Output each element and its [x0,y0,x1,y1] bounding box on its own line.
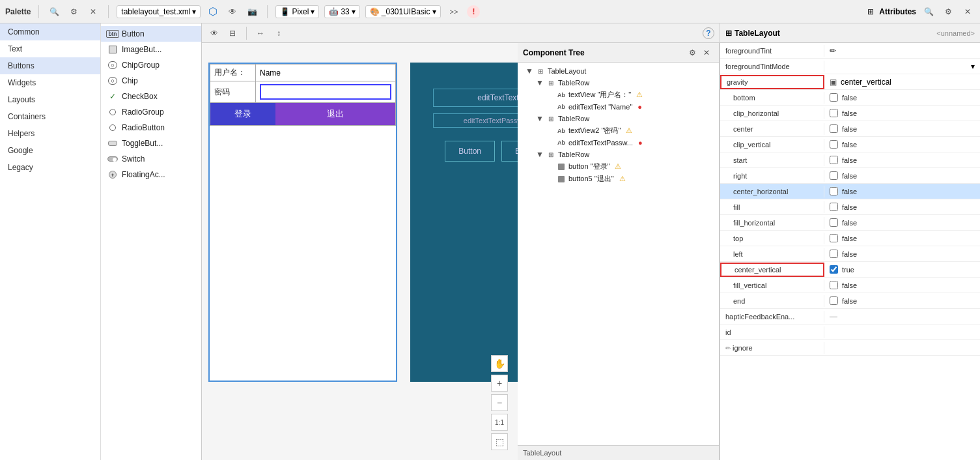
settings-icon[interactable]: ⚙ [66,5,81,19]
category-text[interactable]: Text [0,40,100,57]
attr-value-top[interactable]: false [824,232,980,244]
help-icon[interactable]: ? [703,27,714,39]
attr-value-foregroundtint[interactable]: ✏ [824,44,980,57]
checkbox-clipvertical[interactable] [830,140,838,149]
tree-settings-icon[interactable]: ⚙ [685,46,699,60]
category-layouts[interactable]: Layouts [0,91,100,108]
attr-value-ignore[interactable] [824,346,980,350]
dropdown-icon-tintmode[interactable]: ▾ [971,62,975,71]
tree-item-tablerow3[interactable]: ▼ ⊞ TableRow [518,149,719,160]
attr-value-fillvertical[interactable]: false [824,279,980,291]
arrow-tablelayout[interactable]: ▼ [525,66,533,76]
checkbox-centerhorizontal[interactable] [830,187,838,195]
attr-value-fill[interactable]: false [824,201,980,213]
category-widgets[interactable]: Widgets [0,74,100,91]
device-dropdown[interactable]: 📱 Pixel ▾ [275,5,319,18]
hand-tool-btn[interactable]: ✋ [491,355,508,372]
attr-value-clipvertical[interactable]: false [824,138,980,151]
arrow-h-icon[interactable]: ↔ [253,26,268,40]
category-common[interactable]: Common [0,23,100,40]
close-icon[interactable]: ✕ [86,5,100,19]
palette-item-chip[interactable]: ○ Chip [101,73,201,89]
tree-item-edittext1[interactable]: Ab editTextText "Name" ● [518,101,719,113]
tree-item-textview1[interactable]: Ab textView "用户名：" ⚠ [518,89,719,101]
tree-item-textview2[interactable]: Ab textView2 "密码" ⚠ [518,124,719,137]
attr-settings-icon[interactable]: ⚙ [941,5,955,19]
theme-dropdown[interactable]: 🎨 _0301UIBasic ▾ [365,5,441,18]
palette-item-floatingaction[interactable]: + FloatingAc... [101,167,201,182]
api-dropdown[interactable]: 🤖 33 ▾ [324,5,359,18]
category-helpers[interactable]: Helpers [0,125,100,142]
frame-btn[interactable]: ⬚ [491,433,508,450]
attr-value-centervertical[interactable]: true [824,263,980,276]
attr-value-id[interactable] [824,330,980,334]
tree-item-tablerow2[interactable]: ▼ ⊞ TableRow [518,113,719,124]
checkbox-start[interactable] [830,156,838,164]
checkbox-fill[interactable] [830,203,838,211]
attr-name-centervertical[interactable]: center_vertical [720,263,824,277]
tree-item-tablerow1[interactable]: ▼ ⊞ TableRow [518,77,719,89]
error-indicator[interactable]: ! [467,5,480,18]
category-google[interactable]: Google [0,142,100,159]
filename-dropdown[interactable]: tablelayout_test.xml ▾ [117,5,201,18]
attr-value-start[interactable]: false [824,154,980,166]
palette-item-checkbox[interactable]: ✓ CheckBox [101,89,201,104]
search-icon[interactable]: 🔍 [47,5,61,19]
arrow-tablerow2[interactable]: ▼ [536,114,544,123]
tree-item-button5[interactable]: button5 "退出" ⚠ [518,173,719,185]
palette-item-radiobutton[interactable]: RadioButton [101,120,201,136]
password-input-box[interactable] [260,84,391,100]
eye-slash-icon[interactable]: 👁 [225,5,240,19]
btn-login[interactable]: 登录 [210,103,275,125]
attr-name-gravity[interactable]: gravity [720,75,824,89]
arrow-v-icon[interactable]: ↕ [272,26,286,40]
checkbox-right[interactable] [830,171,838,180]
phone2-btn2[interactable]: Button [501,141,518,162]
split-icon[interactable]: ⊟ [225,26,240,40]
checkbox-end[interactable] [830,296,838,305]
attr-close-icon[interactable]: ✕ [960,5,975,19]
attr-value-center[interactable]: false [824,122,980,135]
checkbox-top[interactable] [830,234,838,242]
attr-search-icon[interactable]: 🔍 [921,5,936,19]
deploy-icon[interactable]: ⬡ [206,5,220,19]
attr-value-gravity[interactable]: ▣ center_vertical [824,76,980,89]
attr-value-foregroundtintmode[interactable]: ▾ [824,60,980,73]
cell-password-input[interactable] [256,81,396,103]
tree-item-edittext2[interactable]: Ab editTextTextPassw... ● [518,137,719,149]
category-containers[interactable]: Containers [0,108,100,125]
checkbox-fillhorizontal[interactable] [830,218,838,227]
palette-item-chipgroup[interactable]: ○ ChipGroup [101,57,201,73]
attr-value-cliphorizontal[interactable]: false [824,107,980,119]
more-button[interactable]: >> [446,6,462,18]
palette-item-radiogroup[interactable]: RadioGroup [101,104,201,120]
tree-item-tablelayout[interactable]: ▼ ⊞ TableLayout [518,65,719,77]
attr-value-haptic[interactable]: — [824,310,980,323]
attr-value-centerhorizontal[interactable]: false [824,185,980,197]
category-buttons[interactable]: Buttons [0,57,100,74]
view-icon[interactable]: 👁 [207,26,221,40]
checkbox-fillvertical[interactable] [830,281,838,289]
camera-icon[interactable]: 📷 [245,5,259,19]
checkbox-cliphorizontal[interactable] [830,109,838,117]
attr-value-bottom[interactable]: false [824,91,980,104]
attr-value-left[interactable]: false [824,248,980,260]
palette-item-button[interactable]: btn Button [101,26,201,42]
attr-value-fillhorizontal[interactable]: false [824,216,980,229]
attr-value-right[interactable]: false [824,169,980,182]
zoom-in-btn[interactable]: + [491,375,508,392]
checkbox-left[interactable] [830,250,838,258]
tree-close-icon[interactable]: ✕ [699,46,714,60]
btn-exit[interactable]: 退出 [275,103,395,125]
palette-item-switch[interactable]: Switch [101,151,201,167]
tree-item-button1[interactable]: button "登录" ⚠ [518,160,719,173]
category-legacy[interactable]: Legacy [0,159,100,176]
attr-value-end[interactable]: false [824,295,980,307]
palette-item-togglebutton[interactable]: ToggleBut... [101,136,201,151]
zoom-out-btn[interactable]: − [491,394,508,411]
checkbox-center[interactable] [830,124,838,133]
arrow-tablerow3[interactable]: ▼ [536,150,544,159]
palette-item-imagebutton[interactable]: ImageBut... [101,42,201,57]
fit-screen-btn[interactable]: 1:1 [491,414,508,431]
phone2-btn1[interactable]: Button [445,141,495,162]
